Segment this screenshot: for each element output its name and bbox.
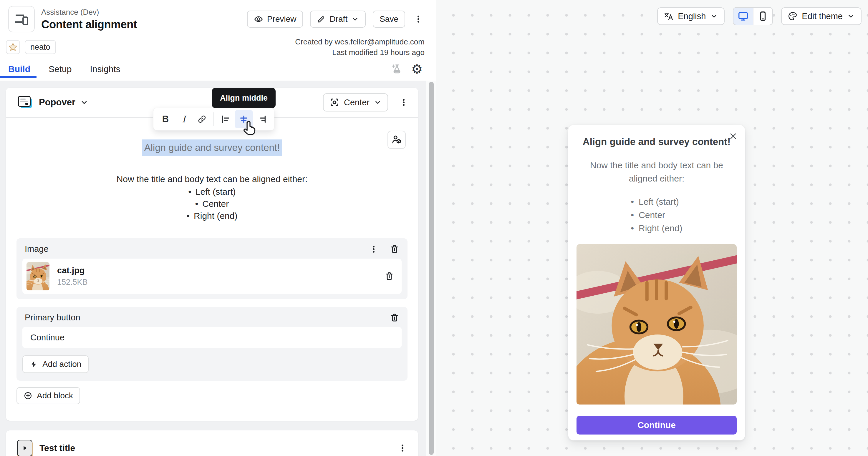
eye-icon — [254, 14, 263, 24]
language-dropdown[interactable]: English — [657, 7, 724, 25]
tooltip-step-icon-box — [17, 440, 32, 456]
header-more-menu[interactable] — [412, 10, 425, 28]
tab-setup[interactable]: Setup — [49, 64, 71, 74]
play-icon — [20, 444, 29, 453]
person-cube-icon — [391, 134, 402, 145]
test-title-more-menu[interactable] — [398, 444, 407, 453]
image-thumbnail — [27, 262, 50, 290]
tab-insights[interactable]: Insights — [90, 64, 120, 74]
preview-body-text: Now the title and body text can be align… — [577, 159, 737, 185]
gear-icon[interactable]: ⚙ — [411, 63, 423, 76]
primary-button-label: Primary button — [25, 313, 81, 322]
desktop-view-toggle[interactable] — [734, 8, 753, 25]
popover-more-menu[interactable] — [399, 98, 408, 107]
star-icon — [8, 42, 18, 52]
image-block-label: Image — [25, 244, 49, 254]
phone-icon — [757, 11, 768, 22]
remove-file-button[interactable] — [384, 271, 394, 281]
position-dropdown[interactable]: Center — [323, 93, 388, 111]
list-item: •Left (start) — [631, 195, 682, 208]
chevron-down-icon — [374, 99, 381, 106]
personalize-button[interactable] — [388, 131, 406, 149]
edit-theme-button[interactable]: Edit theme — [781, 7, 862, 25]
list-item: •Left (start) — [6, 186, 418, 198]
chevron-down-icon[interactable] — [80, 98, 88, 106]
add-block-button[interactable]: Add block — [17, 387, 80, 404]
body-bullet-list: •Left (start) •Center •Right (end) — [6, 186, 418, 222]
image-block-more-menu[interactable] — [369, 245, 378, 254]
preview-continue-button[interactable]: Continue — [577, 416, 737, 434]
created-by-text: Created by wes.feller@amplitude.com — [295, 36, 425, 47]
experiment-flask-icon[interactable] — [391, 64, 403, 75]
favorite-button[interactable] — [6, 40, 20, 54]
step-title: Test title — [39, 443, 75, 453]
lightning-icon — [30, 360, 38, 368]
button-text-input[interactable]: Continue — [22, 327, 402, 348]
build-canvas: Popover Center Align middle B I — [0, 80, 436, 456]
image-file-row: cat.jpg 152.5KB — [22, 259, 402, 294]
preview-bullet-list: •Left (start) •Center •Right (end) — [631, 195, 682, 235]
draft-status-dropdown[interactable]: Draft — [310, 10, 366, 28]
file-size: 152.5KB — [57, 278, 88, 287]
image-block: Image cat.jpg 15 — [17, 238, 407, 299]
list-item: •Center — [6, 198, 418, 210]
hand-cursor-icon — [242, 120, 257, 136]
chevron-down-icon — [710, 12, 718, 20]
save-button[interactable]: Save — [373, 10, 405, 28]
primary-button-block: Primary button Continue Add action — [17, 307, 407, 381]
pencil-icon — [317, 15, 326, 24]
preview-cat-image — [577, 244, 737, 404]
block-type-label: Popover — [39, 97, 75, 108]
device-toggle — [733, 7, 773, 25]
primary-button-trash-icon[interactable] — [390, 313, 399, 322]
popover-block-card: Popover Center Align middle B I — [6, 88, 418, 421]
list-item: •Right (end) — [6, 210, 418, 222]
meta-row: neato Created by wes.feller@amplitude.co… — [0, 40, 436, 54]
monitor-icon — [738, 11, 748, 22]
bold-button[interactable]: B — [156, 110, 175, 128]
guide-title-input[interactable]: Align guide and survey content! — [142, 139, 282, 156]
preview-title: Align guide and survey content! — [577, 136, 737, 148]
editor-panel: Assistance (Dev) Content alignment Previ… — [0, 0, 436, 456]
test-title-block-card[interactable]: Test title — [6, 430, 418, 456]
link-button[interactable] — [193, 110, 211, 128]
app-label: Assistance (Dev) — [41, 8, 137, 17]
chevron-down-icon — [351, 15, 359, 23]
preview-panel: English Edit theme Align guide and surve… — [436, 0, 868, 456]
canvas-scrollbar-thumb[interactable] — [429, 82, 434, 455]
preview-button[interactable]: Preview — [247, 10, 303, 28]
align-middle-tooltip: Align middle — [212, 88, 276, 108]
preview-controls: English Edit theme — [657, 7, 862, 25]
tab-build[interactable]: Build — [8, 64, 30, 74]
guide-body-text[interactable]: Now the title and body text can be align… — [6, 173, 418, 222]
center-position-icon — [330, 97, 340, 107]
tabs-bar: Build Setup Insights ⚙ — [0, 60, 436, 78]
align-left-button[interactable] — [216, 110, 235, 128]
close-icon[interactable] — [729, 132, 737, 140]
add-action-button[interactable]: Add action — [22, 355, 89, 373]
list-item: •Right (end) — [631, 222, 682, 235]
page-title: Content alignment — [41, 18, 137, 31]
popover-preview-card: Align guide and survey content! Now the … — [568, 125, 745, 441]
translate-icon — [664, 11, 673, 21]
file-name: cat.jpg — [57, 266, 88, 275]
popover-type-icon — [18, 96, 33, 109]
guide-type-icon-box — [8, 6, 35, 32]
plus-circle-icon — [24, 391, 32, 400]
palette-icon — [788, 11, 797, 21]
last-modified-text: Last modified 19 hours ago — [295, 47, 425, 58]
active-tab-underline — [0, 76, 36, 78]
kebab-icon — [414, 15, 423, 24]
devices-icon — [14, 11, 29, 27]
chevron-down-icon — [847, 12, 855, 20]
mobile-view-toggle[interactable] — [753, 8, 772, 25]
app-window: Assistance (Dev) Content alignment Previ… — [0, 0, 868, 456]
toolbar-divider — [214, 112, 214, 126]
list-item: •Center — [631, 208, 682, 222]
image-block-trash-icon[interactable] — [390, 245, 399, 254]
tag-chip[interactable]: neato — [25, 40, 56, 54]
editor-header: Assistance (Dev) Content alignment Previ… — [0, 0, 436, 32]
italic-button[interactable]: I — [175, 110, 193, 128]
popover-editor: Align middle B I Align guide and survey … — [6, 118, 418, 421]
